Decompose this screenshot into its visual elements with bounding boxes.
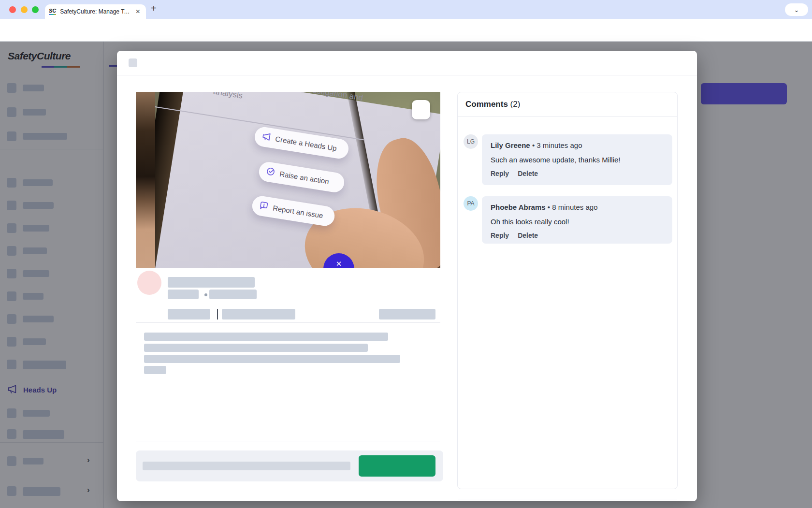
- mark-as-done-button[interactable]: [359, 455, 435, 477]
- stat-skeleton: [222, 309, 295, 319]
- check-circle-icon: [265, 166, 276, 178]
- comments-header-divider: [458, 116, 677, 116]
- pill-label: Report an issue: [272, 203, 323, 219]
- comments-count: (2): [510, 100, 521, 109]
- comment-bubble: Lily Greene • 3 minutes ago Such an awes…: [482, 134, 672, 185]
- comment-avatar: LG: [464, 134, 478, 149]
- comments-title: Comments (2): [465, 100, 520, 109]
- comment-time: 8 minutes ago: [552, 203, 597, 211]
- meta-skeleton: [209, 290, 257, 299]
- heads-up-modal: as they better issue investigation and a…: [117, 51, 697, 501]
- video-corner-button[interactable]: [412, 100, 430, 119]
- content-divider: [136, 322, 440, 323]
- heads-up-video[interactable]: as they better issue investigation and a…: [136, 92, 440, 268]
- traffic-light-close[interactable]: [9, 6, 16, 13]
- stat-skeleton: [168, 309, 210, 319]
- paragraph-skeleton: [144, 355, 400, 363]
- reply-link[interactable]: Reply: [491, 170, 509, 177]
- comment-bubble: Phoebe Abrams • 8 minutes ago Oh this lo…: [482, 196, 672, 244]
- comment-meta: Lily Greene • 3 minutes ago: [491, 141, 664, 149]
- browser-toolbar: ← → ↻ https://app.safetyculture.com/head…: [0, 19, 812, 42]
- meta-skeleton: [168, 290, 199, 299]
- modal-header-divider: [117, 75, 697, 75]
- tab-close-icon[interactable]: ✕: [135, 8, 140, 15]
- comment-avatar: PA: [464, 196, 478, 211]
- app-page: SafetyCulture: [0, 42, 812, 508]
- paragraph-skeleton: [144, 366, 166, 374]
- author-avatar-skeleton: [137, 271, 161, 295]
- screen: SC SafetyCulture: Manage Teams and... ✕ …: [0, 0, 812, 508]
- paragraph-skeleton: [144, 344, 368, 352]
- paragraph-skeleton: [144, 333, 388, 341]
- stat-skeleton: [379, 309, 435, 319]
- tab-title: SafetyCulture: Manage Teams and...: [60, 8, 132, 15]
- comment-body: Oh this looks really cool!: [491, 218, 664, 226]
- title-skeleton: [168, 277, 255, 288]
- comments-footer-divider: [458, 499, 677, 499]
- traffic-light-minimize[interactable]: [21, 6, 28, 13]
- hand-left: [136, 92, 155, 268]
- meta-dot: •: [532, 141, 535, 149]
- comment-body: Such an awesome update, thanks Millie!: [491, 156, 664, 164]
- comment-time: 3 minutes ago: [536, 141, 582, 149]
- reply-link[interactable]: Reply: [491, 232, 509, 239]
- stat-separator: [217, 309, 218, 319]
- traffic-light-zoom[interactable]: [32, 6, 39, 13]
- comment-meta: Phoebe Abrams • 8 minutes ago: [491, 203, 664, 211]
- footer-divider: [136, 441, 440, 441]
- comment-author: Phoebe Abrams: [491, 203, 546, 211]
- footer-skeleton: [143, 462, 350, 470]
- avatar-initials: PA: [467, 200, 474, 207]
- close-icon: ✕: [336, 260, 342, 268]
- megaphone-icon: [261, 131, 272, 144]
- delete-link[interactable]: Delete: [518, 232, 538, 239]
- issue-bubble-icon: [258, 200, 269, 213]
- pill-label: Raise an action: [279, 170, 330, 186]
- comment-author: Lily Greene: [491, 141, 530, 149]
- pill-label: Create a Heads Up: [275, 135, 337, 153]
- comments-panel: Comments (2) LG Lily Greene • 3 minutes …: [457, 92, 678, 489]
- browser-tab-strip: SC SafetyCulture: Manage Teams and... ✕ …: [0, 0, 812, 19]
- meta-dot: •: [548, 203, 550, 211]
- comments-title-text: Comments: [465, 100, 508, 109]
- meta-dot-skeleton: [204, 293, 207, 296]
- new-tab-button[interactable]: +: [151, 3, 157, 14]
- browser-tab[interactable]: SC SafetyCulture: Manage Teams and... ✕: [45, 4, 146, 19]
- modal-header-skeleton: [129, 58, 137, 67]
- delete-link[interactable]: Delete: [518, 170, 538, 177]
- avatar-initials: LG: [467, 138, 475, 145]
- tab-search-chevron-icon[interactable]: ⌄: [785, 3, 808, 16]
- safetyculture-favicon: SC: [49, 8, 56, 15]
